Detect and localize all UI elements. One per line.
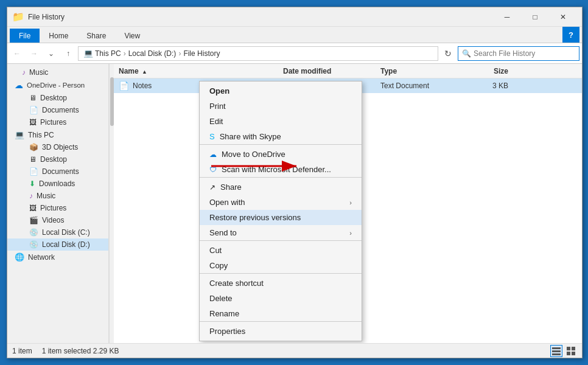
sidebar-item-od-documents[interactable]: 📄 Documents xyxy=(7,104,108,116)
ctx-copy[interactable]: Copy xyxy=(200,258,362,274)
detail-view-button[interactable] xyxy=(565,345,577,357)
pc-icon: 💻 xyxy=(15,130,24,139)
ctx-edit-label: Edit xyxy=(209,117,223,126)
col-name[interactable]: Name ▲ xyxy=(119,67,283,75)
ctx-share-skype[interactable]: S Share with Skype xyxy=(200,129,362,145)
ctx-onedrive-label: Move to OneDrive xyxy=(222,150,285,159)
detail-view-icon xyxy=(567,347,575,355)
documents-icon: 📄 xyxy=(29,106,38,114)
pictures-icon: 🖼 xyxy=(29,118,37,127)
defender-icon: 🛡 xyxy=(209,165,217,174)
minimize-button[interactable]: ─ xyxy=(493,7,521,27)
ctx-open-with[interactable]: Open with › xyxy=(200,195,362,210)
item-count: 1 item xyxy=(12,347,32,355)
ctx-send-to[interactable]: Send to › xyxy=(200,225,362,241)
list-view-button[interactable] xyxy=(550,345,562,357)
music2-icon: ♪ xyxy=(29,192,33,200)
sidebar-item-this-pc[interactable]: 💻 This PC xyxy=(7,128,108,141)
tab-file[interactable]: File xyxy=(10,29,40,43)
path-sep-2: › xyxy=(178,49,181,58)
ctx-delete[interactable]: Delete xyxy=(200,291,362,306)
sidebar-item-music[interactable]: ♪ Music xyxy=(7,190,108,202)
documents2-icon: 📄 xyxy=(29,167,38,176)
col-date[interactable]: Date modified xyxy=(283,67,380,75)
window-title: File History xyxy=(28,13,493,21)
tab-share[interactable]: Share xyxy=(77,29,115,43)
col-size[interactable]: Size xyxy=(460,67,508,75)
path-this-pc: 💻 This PC xyxy=(83,49,121,58)
ctx-skype-label: Share with Skype xyxy=(220,132,281,141)
music-icon: ♪ xyxy=(22,68,26,77)
file-header: Name ▲ Date modified Type Size xyxy=(114,64,582,78)
ctx-edit[interactable]: Edit xyxy=(200,114,362,129)
back-button[interactable]: ← xyxy=(10,46,24,61)
file-icon: 📄 xyxy=(119,81,129,91)
ctx-restore[interactable]: Restore previous versions xyxy=(200,210,362,225)
sidebar-item-desktop[interactable]: 🖥 Desktop xyxy=(7,153,108,165)
close-button[interactable]: ✕ xyxy=(549,7,577,27)
col-type[interactable]: Type xyxy=(380,67,460,75)
svg-rect-3 xyxy=(552,350,561,352)
up-button[interactable]: ↑ xyxy=(61,46,75,61)
search-box: 🔍 xyxy=(458,46,579,61)
recent-button[interactable]: ⌄ xyxy=(44,46,58,61)
ctx-share[interactable]: ↗ Share xyxy=(200,179,362,195)
sidebar-item-music-top[interactable]: ♪ Music xyxy=(7,66,108,78)
ctx-sendto-label: Send to xyxy=(209,228,237,237)
path-local-disk: Local Disk (D:) xyxy=(128,49,177,58)
ribbon-tabs: File Home Share View ? xyxy=(7,27,582,43)
svg-rect-2 xyxy=(552,347,561,349)
videos-icon: 🎬 xyxy=(29,216,38,224)
sidebar-item-pictures[interactable]: 🖼 Pictures xyxy=(7,202,108,214)
svg-rect-8 xyxy=(572,352,575,355)
address-path[interactable]: 💻 This PC › Local Disk (D:) › File Histo… xyxy=(78,46,438,61)
search-icon: 🔍 xyxy=(462,49,471,58)
downloads-icon: ⬇ xyxy=(29,179,35,188)
ctx-rename[interactable]: Rename xyxy=(200,306,362,322)
sidebar-item-od-pictures[interactable]: 🖼 Pictures xyxy=(7,116,108,128)
ctx-properties[interactable]: Properties xyxy=(200,324,362,339)
ctx-restore-label: Restore previous versions xyxy=(209,213,301,222)
onedrive-icon: ☁ xyxy=(15,80,23,90)
sidebar-item-downloads[interactable]: ⬇ Downloads xyxy=(7,178,108,190)
ctx-print[interactable]: Print xyxy=(200,99,362,114)
ctx-open[interactable]: Open xyxy=(200,83,362,99)
search-input[interactable] xyxy=(474,49,575,58)
sidebar-item-local-d[interactable]: 💿 Local Disk (D:) xyxy=(7,238,108,251)
share-icon: ↗ xyxy=(209,183,215,192)
context-menu: Open Print Edit S Share with Skype ☁ Mov… xyxy=(199,81,362,341)
sidebar-item-onedrive[interactable]: ☁ OneDrive - Person xyxy=(7,78,108,92)
ctx-open-label: Open xyxy=(209,86,229,96)
sidebar-item-videos[interactable]: 🎬 Videos xyxy=(7,214,108,226)
ctx-delete-label: Delete xyxy=(209,294,233,303)
refresh-button[interactable]: ↻ xyxy=(441,46,455,61)
sidebar-scrollbar[interactable] xyxy=(109,64,114,343)
send-to-arrow: › xyxy=(349,229,352,237)
tab-view[interactable]: View xyxy=(115,29,149,43)
3d-icon: 📦 xyxy=(29,143,38,151)
ctx-defender-label: Scan with Microsoft Defender... xyxy=(222,165,331,174)
sidebar-item-3d[interactable]: 📦 3D Objects xyxy=(7,141,108,153)
sidebar-item-network[interactable]: 🌐 Network xyxy=(7,251,108,263)
svg-rect-4 xyxy=(552,353,561,355)
ctx-cut[interactable]: Cut xyxy=(200,243,362,258)
ctx-create-shortcut[interactable]: Create shortcut xyxy=(200,276,362,291)
desktop2-icon: 🖥 xyxy=(29,155,37,164)
sidebar-item-od-desktop[interactable]: 🖥 Desktop xyxy=(7,92,108,104)
forward-button[interactable]: → xyxy=(27,46,41,61)
path-sep-1: › xyxy=(124,49,126,58)
app-icon: 📁 xyxy=(12,11,24,23)
scroll-thumb[interactable] xyxy=(110,77,114,126)
tab-home[interactable]: Home xyxy=(40,29,77,43)
ctx-move-onedrive[interactable]: ☁ Move to OneDrive xyxy=(200,147,362,162)
ctx-defender[interactable]: 🛡 Scan with Microsoft Defender... xyxy=(200,162,362,178)
file-type: Text Document xyxy=(380,82,460,90)
sidebar-item-documents[interactable]: 📄 Documents xyxy=(7,165,108,178)
selection-info: 1 item selected 2.29 KB xyxy=(42,347,119,355)
disk-c-icon: 💿 xyxy=(29,228,38,237)
main-layout: ♪ Music ☁ OneDrive - Person 🖥 Desktop 📄 … xyxy=(7,64,582,343)
desktop-icon: 🖥 xyxy=(29,94,37,102)
sidebar-item-local-c[interactable]: 💿 Local Disk (C:) xyxy=(7,226,108,238)
maximize-button[interactable]: □ xyxy=(521,7,549,27)
help-button[interactable]: ? xyxy=(562,27,579,43)
